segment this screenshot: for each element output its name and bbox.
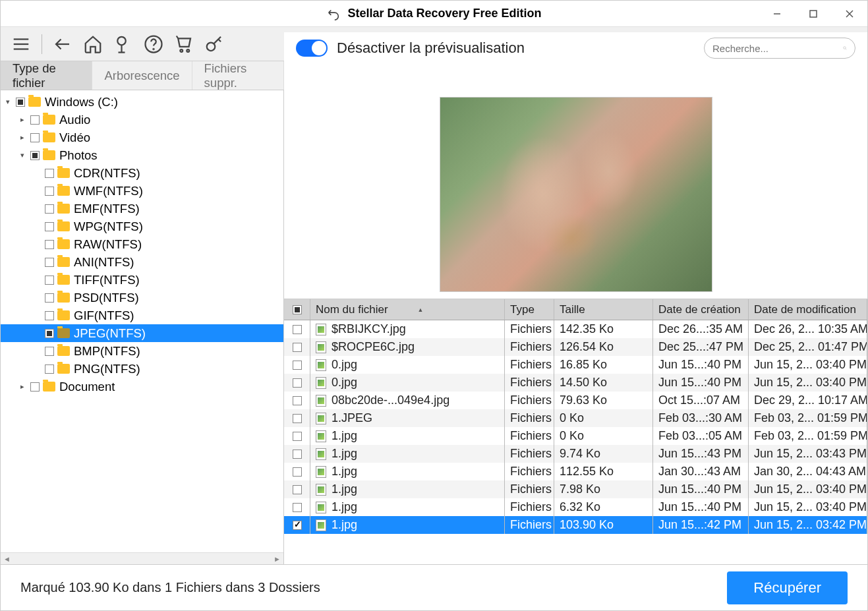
expand-icon[interactable]: ▾	[3, 98, 13, 106]
key-button[interactable]	[200, 30, 228, 58]
tree-item[interactable]: TIFF(NTFS)	[1, 271, 283, 289]
file-checkbox[interactable]	[293, 485, 302, 494]
file-checkbox[interactable]	[293, 343, 302, 352]
tree-checkbox[interactable]	[45, 364, 54, 374]
tree-checkbox[interactable]	[45, 222, 54, 231]
close-button[interactable]	[831, 1, 867, 27]
menu-button[interactable]	[7, 30, 35, 58]
file-modified: Jun 15, 2... 03:40 PM	[749, 498, 867, 516]
file-row[interactable]: 1.jpgFichiers0 KoFeb 03...:05 AMFeb 03, …	[284, 427, 867, 445]
column-name[interactable]: Nom du fichier▲	[310, 299, 505, 320]
file-checkbox[interactable]	[293, 414, 302, 423]
expand-icon[interactable]: ▸	[18, 115, 27, 124]
back-button[interactable]	[49, 30, 76, 58]
tree-checkbox[interactable]	[30, 382, 40, 392]
file-row[interactable]: 08bc20de-...049e4.jpgFichiers79.63 KoOct…	[284, 392, 867, 409]
file-row[interactable]: 1.jpgFichiers6.32 KoJun 15...:40 PMJun 1…	[284, 498, 867, 516]
tree-label: EMF(NTFS)	[74, 202, 140, 216]
tree-checkbox[interactable]	[45, 293, 54, 303]
column-type[interactable]: Type	[505, 299, 554, 320]
tree-checkbox[interactable]	[45, 258, 54, 267]
file-checkbox[interactable]	[293, 503, 302, 512]
tree-checkbox[interactable]	[16, 98, 25, 107]
tree-item[interactable]: ▾Photos	[1, 146, 283, 164]
file-checkbox[interactable]	[293, 396, 302, 405]
file-created: Jun 15...:40 PM	[653, 498, 749, 516]
file-row[interactable]: 1.jpgFichiers9.74 KoJun 15...:43 PMJun 1…	[284, 445, 867, 463]
tab-bar: Type de fichier Arborescence Fichiers su…	[1, 61, 867, 90]
tree-item[interactable]: EMF(NTFS)	[1, 200, 283, 218]
maximize-button[interactable]	[795, 1, 831, 27]
file-created: Oct 15...:07 AM	[653, 392, 749, 409]
file-row[interactable]: $RBIJKCY.jpgFichiers142.35 KoDec 26...:3…	[284, 320, 867, 338]
file-checkbox[interactable]	[293, 325, 302, 334]
tree-item[interactable]: GIF(NTFS)	[1, 306, 283, 324]
cart-button[interactable]	[170, 30, 198, 58]
tree-item[interactable]: ▸Audio	[1, 111, 283, 129]
tree-checkbox[interactable]	[30, 115, 40, 125]
preview-toggle[interactable]	[296, 40, 328, 57]
column-modified[interactable]: Date de modification	[749, 299, 867, 320]
tree-checkbox[interactable]	[30, 133, 40, 142]
tree-checkbox[interactable]	[45, 169, 54, 178]
tree-checkbox[interactable]	[45, 347, 54, 356]
tree-item[interactable]: CDR(NTFS)	[1, 164, 283, 182]
search-box[interactable]	[704, 38, 855, 59]
tree-label: PSD(NTFS)	[74, 291, 139, 305]
expand-icon[interactable]: ▾	[18, 151, 27, 160]
file-row[interactable]: 1.JPEGFichiers0 KoFeb 03...:30 AMFeb 03,…	[284, 409, 867, 427]
tree-item[interactable]: PSD(NTFS)	[1, 289, 283, 306]
tree-checkbox[interactable]	[45, 204, 54, 214]
file-checkbox[interactable]	[293, 378, 302, 388]
recover-button[interactable]: Récupérer	[727, 571, 848, 604]
tree-item[interactable]: ▾Windows (C:)	[1, 93, 283, 111]
file-row[interactable]: 0.jpgFichiers14.50 KoJun 15...:40 PMJun …	[284, 374, 867, 392]
help-button[interactable]	[140, 30, 167, 58]
tree-item[interactable]: ▸Vidéo	[1, 129, 283, 146]
file-checkbox[interactable]	[293, 361, 302, 370]
file-row[interactable]: 1.jpgFichiers112.55 KoJan 30...:43 AMJan…	[284, 463, 867, 480]
file-checkbox[interactable]	[293, 450, 302, 459]
home-button[interactable]	[79, 30, 107, 58]
tree-label: Audio	[59, 113, 90, 127]
tree-checkbox[interactable]	[45, 187, 54, 196]
tree-label: JPEG(NTFS)	[74, 326, 146, 341]
tree-item[interactable]: WPG(NTFS)	[1, 218, 283, 235]
column-checkbox[interactable]	[284, 299, 310, 320]
tree-item[interactable]: BMP(NTFS)	[1, 342, 283, 360]
tree-checkbox[interactable]	[45, 276, 54, 285]
sidebar-scrollbar[interactable]: ◄►	[1, 552, 283, 564]
tree-checkbox[interactable]	[45, 311, 54, 320]
column-created[interactable]: Date de création	[653, 299, 749, 320]
file-row[interactable]: 0.jpgFichiers16.85 KoJun 15...:40 PMJun …	[284, 356, 867, 374]
minimize-button[interactable]	[759, 1, 795, 27]
tree-checkbox[interactable]	[30, 151, 40, 160]
tree-item[interactable]: ▸Document	[1, 378, 283, 395]
file-checkbox[interactable]	[293, 432, 302, 441]
file-name: 1.jpg	[332, 500, 357, 514]
main-area: ▾Windows (C:)▸Audio▸Vidéo▾PhotosCDR(NTFS…	[1, 90, 867, 564]
tree-item[interactable]: ANI(NTFS)	[1, 253, 283, 271]
file-row[interactable]: 1.jpgFichiers7.98 KoJun 15...:40 PMJun 1…	[284, 480, 867, 498]
svg-point-13	[180, 49, 183, 52]
tree-checkbox[interactable]	[45, 329, 54, 338]
expand-icon[interactable]: ▸	[18, 382, 27, 391]
search-input[interactable]	[712, 43, 838, 54]
tree-item[interactable]: PNG(NTFS)	[1, 360, 283, 378]
expand-icon[interactable]: ▸	[18, 133, 27, 142]
scan-button[interactable]	[109, 30, 137, 58]
svg-point-8	[117, 36, 126, 45]
tree-item[interactable]: RAW(NTFS)	[1, 235, 283, 253]
tree-item[interactable]: JPEG(NTFS)	[1, 324, 283, 342]
file-checkbox[interactable]	[293, 521, 302, 530]
folder-tree[interactable]: ▾Windows (C:)▸Audio▸Vidéo▾PhotosCDR(NTFS…	[1, 90, 283, 552]
column-size[interactable]: Taille	[554, 299, 653, 320]
tree-item[interactable]: WMF(NTFS)	[1, 182, 283, 200]
file-row[interactable]: $ROCPE6C.jpgFichiers126.54 KoDec 25...:4…	[284, 338, 867, 356]
tab-deleted[interactable]: Fichiers suppr.	[192, 61, 284, 90]
tree-checkbox[interactable]	[45, 240, 54, 249]
file-row[interactable]: 1.jpgFichiers103.90 KoJun 15...:42 PMJun…	[284, 516, 867, 534]
tab-tree-view[interactable]: Arborescence	[92, 61, 192, 90]
tab-file-type[interactable]: Type de fichier	[1, 61, 92, 90]
file-checkbox[interactable]	[293, 467, 302, 477]
